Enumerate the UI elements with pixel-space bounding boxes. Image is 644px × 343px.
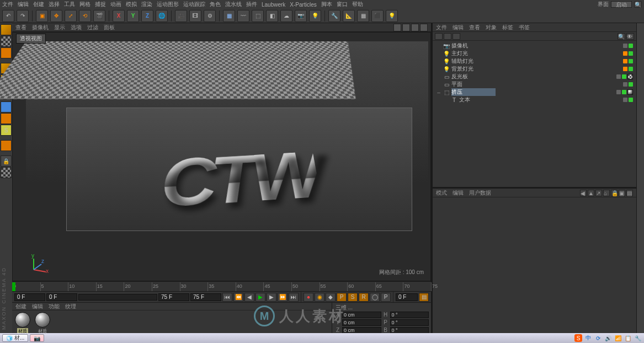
object-name[interactable]: 反光板 — [451, 73, 496, 81]
axis-y-toggle[interactable]: Y — [127, 10, 139, 22]
visibility-dot[interactable] — [622, 74, 626, 79]
redo-button[interactable]: ↷ — [17, 10, 29, 22]
key-param-icon[interactable]: ◯ — [370, 293, 380, 302]
vp-nav-icon[interactable] — [411, 24, 419, 31]
snap-mode-icon[interactable]: S — [1, 125, 12, 136]
visibility-dot[interactable] — [623, 67, 627, 71]
current-frame-field[interactable] — [46, 293, 77, 301]
visibility-dot[interactable] — [622, 90, 626, 94]
sphere-tag-icon[interactable] — [627, 89, 633, 95]
tweak-mode-icon[interactable] — [1, 140, 12, 151]
end2-frame-field[interactable] — [396, 293, 418, 301]
goto-start-icon[interactable]: ⏮ — [222, 293, 232, 302]
obj-tab-tags[interactable]: 标签 — [502, 24, 513, 31]
vp-menu-options[interactable]: 选项 — [71, 24, 82, 31]
obj-tool-icon[interactable] — [453, 33, 460, 40]
tree-row[interactable]: 📷摄像机 — [434, 42, 635, 50]
object-mode-icon[interactable] — [1, 113, 12, 124]
tray-icon[interactable]: S — [574, 334, 582, 342]
coord-system-icon[interactable]: 🌐 — [156, 10, 168, 22]
tool-e-icon[interactable]: 💡 — [386, 10, 398, 22]
play-icon[interactable]: ▶ — [256, 293, 265, 302]
visibility-dot[interactable] — [629, 51, 633, 56]
visibility-dot[interactable] — [616, 74, 621, 79]
search-icon[interactable]: 🔍 — [634, 1, 642, 8]
viewport-solo-icon[interactable] — [1, 167, 12, 178]
tray-ime-icon[interactable]: 中 — [584, 334, 592, 342]
key-pos-icon[interactable]: P — [337, 293, 347, 302]
keyframe-icon[interactable]: ◆ — [326, 293, 336, 302]
tray-sync-icon[interactable]: ⟳ — [594, 334, 602, 342]
mat-tab-function[interactable]: 功能 — [49, 303, 60, 310]
menu-select[interactable]: 选择 — [49, 1, 60, 8]
menu-tools[interactable]: 工具 — [64, 1, 75, 8]
attr-nav-fwd-icon[interactable]: ↗ — [595, 190, 602, 196]
add-deformer-icon[interactable]: ◧ — [266, 10, 278, 22]
obj-tab-objects[interactable]: 对象 — [486, 24, 497, 31]
obj-tab-bookmarks[interactable]: 书签 — [519, 24, 530, 31]
attr-tab-userdata[interactable]: 用户数据 — [469, 189, 491, 197]
lock-icon[interactable]: 🔒 — [1, 156, 12, 167]
end-frame-field[interactable] — [190, 293, 221, 301]
menu-mograph[interactable]: 运动图形 — [157, 1, 179, 8]
tree-row[interactable]: 💡背景灯光 — [434, 65, 635, 73]
add-camera-icon[interactable]: 📷 — [295, 10, 307, 22]
key-pla-icon[interactable]: P — [381, 293, 391, 302]
workplane-mode-icon[interactable] — [1, 47, 12, 58]
object-name[interactable]: 主灯光 — [451, 50, 496, 57]
mat-tab-create[interactable]: 创建 — [15, 303, 26, 310]
right-dock-strip[interactable] — [636, 23, 644, 333]
start-frame-field[interactable] — [14, 293, 45, 301]
timeline-ruler[interactable]: 051015202530354045505560657075 — [12, 281, 431, 291]
menu-help[interactable]: 帮助 — [352, 1, 363, 8]
visibility-dot[interactable] — [623, 51, 627, 56]
prev-frame-icon[interactable]: ◀ — [244, 293, 254, 302]
vp-menu-cameras[interactable]: 摄像机 — [32, 24, 49, 31]
axis-x-toggle[interactable]: X — [113, 10, 125, 22]
checker-tag-icon[interactable] — [627, 74, 633, 79]
key-rot-icon[interactable]: R — [359, 293, 369, 302]
menu-window[interactable]: 窗口 — [337, 1, 348, 8]
menu-edit[interactable]: 编辑 — [18, 1, 29, 8]
attr-new-icon[interactable]: ▣ — [619, 190, 625, 196]
tree-row[interactable]: –⬚挤压 — [434, 88, 635, 96]
add-generator-icon[interactable]: ⬚ — [252, 10, 264, 22]
goto-end-icon[interactable]: ⏭ — [289, 293, 299, 302]
menu-character[interactable]: 角色 — [210, 1, 221, 8]
tray-network-icon[interactable]: 📶 — [614, 334, 622, 342]
autokey-icon[interactable]: ◉ — [315, 293, 324, 302]
tray-settings-icon[interactable]: 🔧 — [634, 334, 642, 342]
key-scale-icon[interactable]: S — [348, 293, 358, 302]
tray-clipboard-icon[interactable]: 📋 — [624, 334, 632, 342]
tree-row[interactable]: 💡辅助灯光 — [434, 57, 635, 65]
mat-tab-texture[interactable]: 纹理 — [65, 303, 76, 310]
pos-x-field[interactable] — [342, 312, 381, 318]
object-name[interactable]: 摄像机 — [451, 42, 496, 50]
object-name[interactable]: 文本 — [459, 96, 503, 104]
taskbar-item[interactable]: 📷 — [30, 334, 44, 342]
tool-b-icon[interactable]: 📐 — [343, 10, 355, 22]
menu-simulate[interactable]: 模拟 — [126, 1, 137, 8]
visibility-dot[interactable] — [629, 98, 633, 102]
vp-menu-view[interactable]: 查看 — [15, 24, 26, 31]
tree-row[interactable]: 💡主灯光 — [434, 50, 635, 57]
menu-xparticles[interactable]: X-Particles — [290, 2, 316, 8]
transport-extra-icon[interactable]: ▤ — [419, 293, 429, 302]
mat-tab-edit[interactable]: 编辑 — [32, 303, 43, 310]
coord-tab[interactable]: 三维 — [336, 304, 347, 310]
visibility-dot[interactable] — [629, 67, 633, 71]
obj-search-icon[interactable]: 🔍 — [618, 33, 625, 40]
visibility-dot[interactable] — [616, 90, 621, 94]
add-light-icon[interactable]: 💡 — [309, 10, 321, 22]
visibility-dot[interactable] — [629, 59, 633, 63]
object-name[interactable]: 背景灯光 — [451, 65, 496, 73]
viewport[interactable]: 透视视图 CTW y x z 网格间距 : 100 cm — [12, 32, 431, 281]
render-view-icon[interactable]: 🎥 — [175, 10, 187, 22]
vp-nav-icon[interactable] — [402, 24, 410, 31]
obj-filter-icon[interactable]: 👁 — [626, 33, 634, 40]
attr-tab-mode[interactable]: 模式 — [436, 189, 447, 197]
menu-file[interactable]: 文件 — [2, 1, 13, 8]
tray-volume-icon[interactable]: 🔊 — [604, 334, 612, 342]
obj-tool-icon[interactable] — [444, 33, 451, 40]
tree-row[interactable]: ▭反光板 — [434, 73, 635, 81]
